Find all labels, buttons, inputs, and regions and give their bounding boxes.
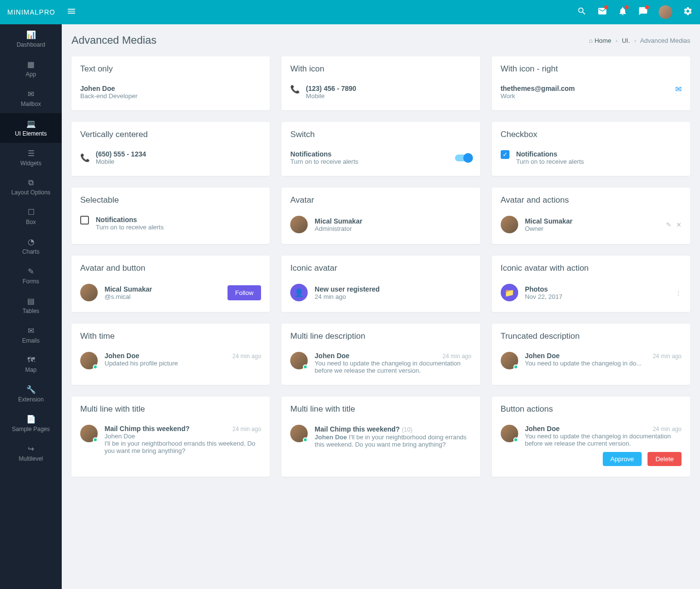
map-icon: 🗺	[27, 356, 35, 364]
card-switch: Switch Notifications Turn on to receive …	[281, 122, 480, 176]
phone-label: Mobile	[306, 92, 471, 100]
card-title: With time	[71, 324, 270, 346]
dashboard-icon: 📊	[26, 30, 36, 39]
avatar-name: Mical Sumakar	[105, 285, 221, 293]
selectable-text: Turn on to receive alerts	[96, 224, 261, 231]
card-title: With icon	[281, 56, 480, 79]
card-title: Avatar and button	[71, 256, 270, 278]
timestamp: 24 min ago	[653, 353, 682, 360]
sidebar-item-widgets[interactable]: ☰Widgets	[0, 143, 62, 173]
sidebar-item-extension[interactable]: 🔧Extension	[0, 379, 62, 409]
avatar-role: Administrator	[315, 225, 471, 232]
iconic-date: Nov 22, 2017	[525, 293, 668, 300]
user-avatar[interactable]	[659, 5, 672, 19]
sidebar-item-dashboard[interactable]: 📊Dashboard	[0, 24, 62, 54]
email-address: thethemes@gmail.com	[501, 85, 668, 92]
card-checkbox: Checkbox ✓ Notifications Turn on to rece…	[492, 122, 690, 176]
wrench-icon: 🔧	[26, 385, 36, 394]
sidebar-item-mailbox[interactable]: ✉Mailbox	[0, 84, 62, 113]
card-iconic-avatar: Iconic avatar 👤 New user registered 24 m…	[281, 256, 480, 312]
breadcrumb: ⌂ Home › UI. › Advanced Medias	[589, 37, 690, 44]
actions-text: You need to update the changelog in docu…	[525, 433, 682, 447]
notifications-switch[interactable]	[455, 155, 472, 161]
sidebar-item-layout-options[interactable]: ⧉Layout Options	[0, 173, 62, 202]
card-title: Multi line with title	[71, 397, 270, 419]
gear-icon[interactable]	[683, 6, 693, 18]
breadcrumb-home[interactable]: Home	[595, 37, 612, 44]
card-title: Multi line description	[281, 324, 480, 346]
user-avatar	[501, 216, 518, 233]
close-icon[interactable]: ✕	[676, 221, 682, 228]
selectable-checkbox[interactable]	[80, 216, 89, 225]
checkbox-text: Turn on to receive alerts	[516, 158, 682, 165]
sidebar-item-multilevel[interactable]: ↪Multilevel	[0, 438, 62, 468]
user-avatar	[501, 352, 518, 369]
person-role: Back-end Developer	[80, 92, 261, 100]
timestamp: 24 min ago	[232, 426, 261, 433]
mail-icon[interactable]: ✉	[675, 85, 682, 94]
phone-icon: 📞	[290, 85, 299, 94]
sidebar-item-app[interactable]: ▦App	[0, 54, 62, 84]
search-icon[interactable]	[577, 6, 587, 18]
notifications-checkbox[interactable]: ✓	[501, 150, 509, 159]
sidebar-item-sample-pages[interactable]: 📄Sample Pages	[0, 409, 62, 438]
card-vertically-centered: Vertically centered 📞 (650) 555 - 1234 M…	[71, 122, 270, 176]
mail-body: I'll be in your neightborhood errands th…	[105, 440, 261, 454]
status-dot	[303, 437, 308, 442]
page-header: Advanced Medias ⌂ Home › UI. › Advanced …	[71, 34, 690, 47]
card-multi-title-1: Multi line with title Mail Chimp this we…	[71, 397, 270, 477]
edit-icon: ✎	[28, 267, 34, 276]
timestamp: 24 min ago	[232, 353, 261, 360]
card-avatar: Avatar Mical Sumakar Administrator	[281, 188, 480, 244]
sidebar-item-map[interactable]: 🗺Map	[0, 350, 62, 379]
phone-number: (123) 456 - 7890	[306, 85, 471, 92]
avatar-handle: @s.mical	[105, 293, 221, 300]
home-icon: ⌂	[589, 37, 593, 44]
trunc-name: Johen Doe	[525, 352, 560, 360]
mail-from: Johen Doe	[315, 433, 347, 441]
card-title: Vertically centered	[71, 122, 270, 144]
pie-icon: ◔	[28, 237, 35, 246]
card-title: Text only	[71, 56, 270, 79]
delete-button[interactable]: Delete	[648, 452, 682, 466]
mail-subject: Mail Chimp this weekend?	[315, 425, 400, 433]
breadcrumb-section[interactable]: UI.	[622, 37, 630, 44]
iconic-time: 24 min ago	[315, 293, 471, 300]
breadcrumb-current: Advanced Medias	[640, 37, 690, 44]
phone-label: Mobile	[96, 158, 261, 165]
mail-icon[interactable]	[597, 6, 607, 18]
user-avatar	[80, 352, 98, 369]
sidebar-item-forms[interactable]: ✎Forms	[0, 261, 62, 291]
email-label: Work	[501, 92, 668, 100]
bell-icon[interactable]	[618, 6, 628, 18]
brand-logo[interactable]: MINIMALPRO	[7, 8, 61, 16]
actions-name: Johen Doe	[525, 425, 560, 433]
status-dot	[303, 364, 308, 369]
card-title: Selectable	[71, 188, 270, 210]
follow-button[interactable]: Follow	[228, 285, 262, 300]
avatar-role: Owner	[525, 225, 659, 232]
user-avatar	[290, 352, 308, 369]
copy-icon: ⧉	[28, 178, 34, 187]
approve-button[interactable]: Approve	[603, 452, 642, 466]
page-title: Advanced Medias	[71, 34, 157, 47]
edit-icon[interactable]: ✎	[666, 221, 671, 228]
topbar: MINIMALPRO	[0, 0, 700, 24]
trunc-text: You need to update the changelog in do..…	[525, 360, 682, 367]
sidebar-item-ui-elements[interactable]: 💻UI Elements	[0, 113, 62, 143]
more-icon[interactable]: ⋮	[675, 289, 682, 296]
card-title: Switch	[281, 122, 480, 144]
chat-icon[interactable]	[638, 6, 648, 18]
card-avatar-actions: Avatar and actions Mical Sumakar Owner ✎…	[492, 188, 690, 244]
menu-toggle-icon[interactable]	[67, 6, 76, 18]
bars-icon: ☰	[28, 149, 35, 158]
sidebar-item-box[interactable]: ☐Box	[0, 202, 62, 231]
sidebar-item-charts[interactable]: ◔Charts	[0, 231, 62, 261]
card-title: Avatar	[281, 188, 480, 210]
sidebar-item-emails[interactable]: ✉Emails	[0, 320, 62, 350]
main-content: Advanced Medias ⌂ Home › UI. › Advanced …	[62, 24, 700, 486]
iconic-heading: New user registered	[315, 285, 471, 293]
user-plus-icon: 👤	[290, 284, 308, 301]
sidebar-item-tables[interactable]: ▤Tables	[0, 291, 62, 320]
card-with-icon-right: With icon - right thethemes@gmail.com Wo…	[492, 56, 690, 110]
